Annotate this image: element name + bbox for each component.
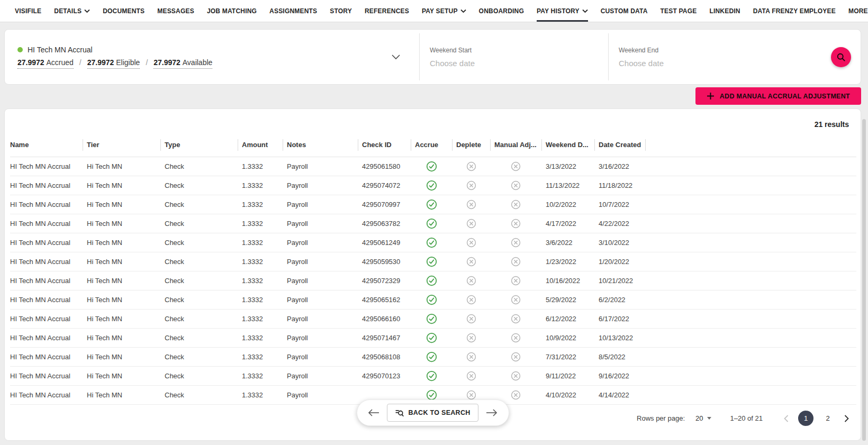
x-circle-icon xyxy=(466,314,476,324)
previous-page-button[interactable] xyxy=(783,414,790,423)
nav-item-story[interactable]: STORY xyxy=(330,0,352,22)
nav-item-custom-data[interactable]: CUSTOM DATA xyxy=(601,0,648,22)
rows-per-page-select[interactable]: 20 xyxy=(695,414,711,422)
cell-name: HI Tech MN Accrual xyxy=(10,309,83,328)
nav-item-more[interactable]: MORE xyxy=(848,0,868,22)
x-circle-icon xyxy=(466,199,476,210)
cell-check-id: 4295061249 xyxy=(358,233,411,252)
cell-notes: Payroll xyxy=(283,366,358,385)
page-button-1[interactable]: 1 xyxy=(798,411,813,426)
previous-record-button[interactable] xyxy=(366,407,381,418)
column-header-weekend-d[interactable]: Weekend D... xyxy=(541,133,594,157)
actions-row: ADD MANUAL ACCRUAL ADJUSTMENT xyxy=(695,87,861,105)
cell-check-id: 4295071467 xyxy=(358,328,411,347)
cell-deplete-status xyxy=(452,271,490,290)
eligible-label: Eligible xyxy=(116,58,140,67)
nav-item-visifile[interactable]: VISIFILE xyxy=(15,0,41,22)
nav-item-pay-setup[interactable]: PAY SETUP xyxy=(422,0,466,22)
nav-item-job-matching[interactable]: JOB MATCHING xyxy=(207,0,257,22)
accrual-plan-name: HI Tech MN Accrual xyxy=(28,46,93,54)
cell-tier: Hi Tech MN xyxy=(83,157,160,176)
weekend-start-input[interactable] xyxy=(430,59,536,68)
column-header-manual-adj[interactable]: Manual Adj... xyxy=(490,133,541,157)
nav-item-data-frenzy-employee[interactable]: DATA FRENZY EMPLOYEE xyxy=(753,0,836,22)
column-header-tier[interactable]: Tier xyxy=(83,133,160,157)
cell-manual-adj-status xyxy=(490,290,541,309)
cell-name: HI Tech MN Accrual xyxy=(10,328,83,347)
column-header-amount[interactable]: Amount xyxy=(238,133,283,157)
cell-amount: 1.3332 xyxy=(238,157,283,176)
cell-weekend-date: 1/23/2022 xyxy=(541,252,594,271)
x-circle-icon xyxy=(511,238,521,248)
cell-manual-adj-status xyxy=(490,309,541,328)
column-header-check-id[interactable]: Check ID xyxy=(358,133,411,157)
table-row: HI Tech MN AccrualHi Tech MNCheck1.3332P… xyxy=(10,214,856,233)
next-page-button[interactable] xyxy=(843,414,850,423)
cell-check-id: 4295063782 xyxy=(358,214,411,233)
nav-item-documents[interactable]: DOCUMENTS xyxy=(103,0,144,22)
weekend-end-input[interactable] xyxy=(619,59,725,68)
cell-accrue-status xyxy=(411,271,452,290)
check-circle-icon xyxy=(426,389,437,401)
column-header-date-created[interactable]: Date Created xyxy=(594,133,645,157)
cell-type: Check xyxy=(160,233,238,252)
check-circle-icon xyxy=(426,237,437,248)
nav-item-label: MESSAGES xyxy=(157,7,194,15)
nav-item-test-page[interactable]: TEST PAGE xyxy=(661,0,697,22)
nav-item-label: CUSTOM DATA xyxy=(601,7,648,15)
nav-item-linkedin[interactable]: LINKEDIN xyxy=(709,0,740,22)
vertical-scrollbar[interactable] xyxy=(862,119,866,441)
cell-type: Check xyxy=(160,176,238,195)
column-header-name[interactable]: Name xyxy=(10,133,83,157)
accrual-totals: 27.9972 Accrued / 27.9972 Eligible / 27.… xyxy=(17,58,419,69)
search-icon xyxy=(836,52,846,62)
nav-item-assignments[interactable]: ASSIGNMENTS xyxy=(269,0,317,22)
nav-item-references[interactable]: REFERENCES xyxy=(365,0,409,22)
column-header-notes[interactable]: Notes xyxy=(283,133,358,157)
nav-item-label: PAY HISTORY xyxy=(537,7,580,15)
pay-history-table: NameTierTypeAmountNotesCheck IDAccrueDep… xyxy=(10,133,856,405)
cell-filler xyxy=(645,252,856,271)
search-button[interactable] xyxy=(831,47,851,67)
next-record-button[interactable] xyxy=(484,407,499,418)
cell-type: Check xyxy=(160,347,238,366)
cell-deplete-status xyxy=(452,347,490,366)
cell-filler xyxy=(645,290,856,309)
cell-filler xyxy=(645,309,856,328)
column-header-deplete[interactable]: Deplete xyxy=(452,133,490,157)
available-value: 27.9972 xyxy=(153,58,180,67)
collapse-accrual-button[interactable] xyxy=(392,52,400,62)
cell-deplete-status xyxy=(452,252,490,271)
check-circle-icon xyxy=(426,161,437,172)
cell-accrue-status xyxy=(411,195,452,214)
nav-item-details[interactable]: DETAILS xyxy=(54,0,90,22)
cell-type: Check xyxy=(160,328,238,347)
back-to-search-button[interactable]: BACK TO SEARCH xyxy=(387,404,478,422)
column-header-type[interactable]: Type xyxy=(160,133,238,157)
x-circle-icon xyxy=(466,161,476,171)
cell-type: Check xyxy=(160,271,238,290)
table-row: HI Tech MN AccrualHi Tech MNCheck1.3332P… xyxy=(10,366,856,385)
search-list-icon xyxy=(395,408,404,417)
cell-date-created: 11/18/2022 xyxy=(594,176,645,195)
nav-item-messages[interactable]: MESSAGES xyxy=(157,0,194,22)
page-button-2[interactable]: 2 xyxy=(822,414,834,422)
cell-notes: Payroll xyxy=(283,214,358,233)
cell-notes: Payroll xyxy=(283,290,358,309)
cell-check-id: 4295061580 xyxy=(358,157,411,176)
add-manual-accrual-adjustment-button[interactable]: ADD MANUAL ACCRUAL ADJUSTMENT xyxy=(695,87,861,105)
cell-filler xyxy=(645,271,856,290)
nav-item-onboarding[interactable]: ONBOARDING xyxy=(479,0,524,22)
cell-notes: Payroll xyxy=(283,328,358,347)
cell-amount: 1.3332 xyxy=(238,252,283,271)
cell-manual-adj-status xyxy=(490,328,541,347)
weekend-start-field: Weekend Start xyxy=(419,33,608,80)
x-circle-icon xyxy=(511,333,521,343)
check-circle-icon xyxy=(426,275,437,286)
cell-weekend-date: 10/2/2022 xyxy=(541,195,594,214)
table-row: HI Tech MN AccrualHi Tech MNCheck1.3332P… xyxy=(10,271,856,290)
nav-item-pay-history[interactable]: PAY HISTORY xyxy=(537,0,588,22)
cell-weekend-date: 11/13/2022 xyxy=(541,176,594,195)
column-header-accrue[interactable]: Accrue xyxy=(411,133,452,157)
cell-type: Check xyxy=(160,309,238,328)
